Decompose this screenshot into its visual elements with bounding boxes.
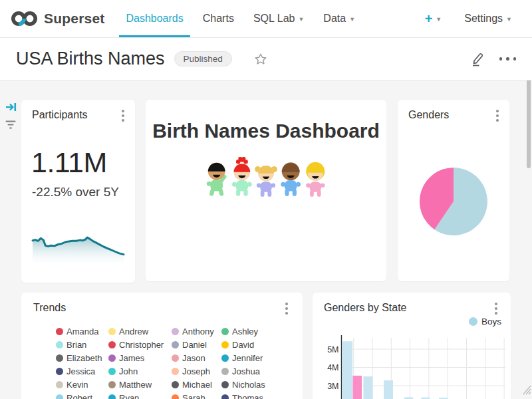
legend-label: Joseph	[182, 366, 210, 376]
filter-icon[interactable]	[5, 120, 17, 132]
legend-item-elizabeth[interactable]: Elizabeth	[56, 351, 108, 364]
settings-menu[interactable]: Settings▼	[464, 13, 512, 25]
dashboard-title: USA Births Names	[16, 49, 165, 69]
superset-logo[interactable]: Superset	[11, 0, 104, 37]
chart-title: Trends	[33, 302, 66, 314]
legend-dot	[221, 368, 229, 375]
chart-menu-icon[interactable]	[119, 108, 127, 123]
legend-item-amanda[interactable]: Amanda	[56, 325, 108, 338]
new-item-button[interactable]: +▼	[425, 11, 442, 27]
legend-label: Nicholas	[232, 380, 265, 390]
legend-label: Ryan	[119, 393, 139, 399]
legend-label: Jennifer	[232, 353, 263, 363]
more-options-icon[interactable]	[499, 57, 517, 61]
legend-dot	[172, 368, 179, 375]
legend-label: Kevin	[66, 380, 88, 390]
card-header: Genders	[398, 100, 509, 126]
legend-label: Michael	[182, 380, 212, 390]
nav-charts[interactable]: Charts	[196, 0, 241, 37]
legend-item-brian[interactable]: Brian	[56, 338, 108, 351]
legend-item-robert[interactable]: Robert	[56, 391, 108, 399]
genders-pie-chart[interactable]	[417, 165, 490, 238]
legend-label: Brian	[66, 340, 86, 350]
boys-legend-dot	[469, 317, 477, 326]
legend-item-daniel[interactable]: Daniel	[172, 338, 221, 351]
genders-by-state-bar-chart[interactable]: 5M4M3M	[313, 330, 511, 399]
legend-label: Sarah	[182, 393, 205, 399]
legend-item-thomas[interactable]: Thomas	[221, 391, 288, 399]
legend-item-jennifer[interactable]: Jennifer	[221, 351, 288, 364]
legend-dot	[108, 328, 116, 335]
caret-down-icon: ▼	[436, 16, 442, 23]
legend-item-ashley[interactable]: Ashley	[221, 325, 288, 338]
legend-label: David	[232, 340, 254, 350]
legend-item-joseph[interactable]: Joseph	[172, 364, 221, 378]
legend-dot	[108, 368, 116, 375]
legend-item-michael[interactable]: Michael	[172, 378, 221, 391]
caret-down-icon: ▼	[506, 16, 512, 23]
svg-text:5M: 5M	[327, 345, 338, 354]
legend-dot	[108, 381, 116, 388]
legend-item-christopher[interactable]: Christopher	[108, 338, 172, 351]
markdown-card: Birth Names Dashboard	[146, 100, 386, 281]
chart-menu-icon[interactable]	[283, 301, 291, 316]
participants-card: Participants 1.11M -22.5% over 5Y	[21, 100, 135, 283]
edit-dashboard-icon[interactable]	[470, 51, 485, 67]
nav-data[interactable]: Data▼	[317, 0, 362, 37]
chart-menu-icon[interactable]	[493, 108, 501, 123]
big-number-value: 1.11M	[31, 146, 107, 179]
legend-item-john[interactable]: John	[108, 364, 172, 378]
bar-girls-1[interactable]	[353, 376, 362, 399]
trends-legend: AmandaAndrewAnthonyAshleyBrianChristophe…	[56, 325, 288, 399]
legend-item-anthony[interactable]: Anthony	[172, 325, 221, 338]
legend-item-joshua[interactable]: Joshua	[221, 364, 288, 378]
nav-sql-lab[interactable]: SQL Lab▼	[247, 0, 311, 37]
bar-boys-3[interactable]	[384, 380, 393, 399]
legend-item-matthew[interactable]: Matthew	[108, 378, 172, 391]
legend-label: John	[119, 366, 138, 376]
legend-item-andrew[interactable]: Andrew	[108, 325, 172, 338]
legend-dot	[172, 354, 179, 362]
brand-name: Superset	[44, 11, 104, 27]
legend-dot	[56, 328, 63, 335]
card-resize-handle-icon[interactable]	[522, 384, 531, 398]
legend-item-ryan[interactable]: Ryan	[108, 391, 172, 399]
chart-title: Genders	[408, 109, 449, 121]
published-badge[interactable]: Published	[174, 51, 232, 66]
favorite-star-icon[interactable]	[253, 52, 268, 66]
chart-menu-icon[interactable]	[492, 301, 500, 316]
legend-label: Robert	[66, 393, 92, 399]
bar-boys-2[interactable]	[364, 376, 373, 399]
markdown-title: Birth Names Dashboard	[146, 120, 386, 142]
legend-dot	[221, 381, 229, 388]
bar-boys-0[interactable]	[342, 341, 353, 399]
card-header: Genders by State	[313, 293, 511, 319]
header-actions	[470, 51, 517, 67]
nav-dashboards[interactable]: Dashboards	[119, 0, 190, 37]
legend-item-david[interactable]: David	[221, 338, 288, 351]
legend-label: Ashley	[232, 327, 258, 336]
superset-app: Superset Dashboards Charts SQL Lab▼ Data…	[0, 0, 532, 399]
legend-dot	[172, 341, 179, 348]
children-illustration	[204, 157, 328, 200]
legend-dot	[56, 368, 63, 375]
svg-text:3M: 3M	[327, 382, 338, 391]
legend-item-jessica[interactable]: Jessica	[56, 364, 108, 378]
legend-item-nicholas[interactable]: Nicholas	[221, 378, 288, 391]
dashboard-header: USA Births Names Published	[0, 38, 532, 80]
legend-item-sarah[interactable]: Sarah	[172, 391, 221, 399]
legend-item-james[interactable]: James	[108, 351, 172, 364]
chart-title: Genders by State	[324, 302, 407, 314]
legend-item-boys[interactable]: Boys	[469, 317, 501, 327]
expand-filter-bar-icon[interactable]	[5, 102, 17, 115]
legend-dot	[56, 341, 63, 348]
main-nav: Dashboards Charts SQL Lab▼ Data▼	[119, 0, 368, 37]
caret-down-icon: ▼	[298, 16, 304, 23]
legend-label: Anthony	[182, 327, 214, 336]
legend-item-kevin[interactable]: Kevin	[56, 378, 108, 391]
legend-item-jason[interactable]: Jason	[172, 351, 221, 364]
participants-trend-chart[interactable]	[31, 223, 126, 269]
genders-card: Genders	[398, 100, 509, 281]
big-number-subheader: -22.5% over 5Y	[32, 185, 119, 200]
legend-dot	[221, 328, 229, 335]
